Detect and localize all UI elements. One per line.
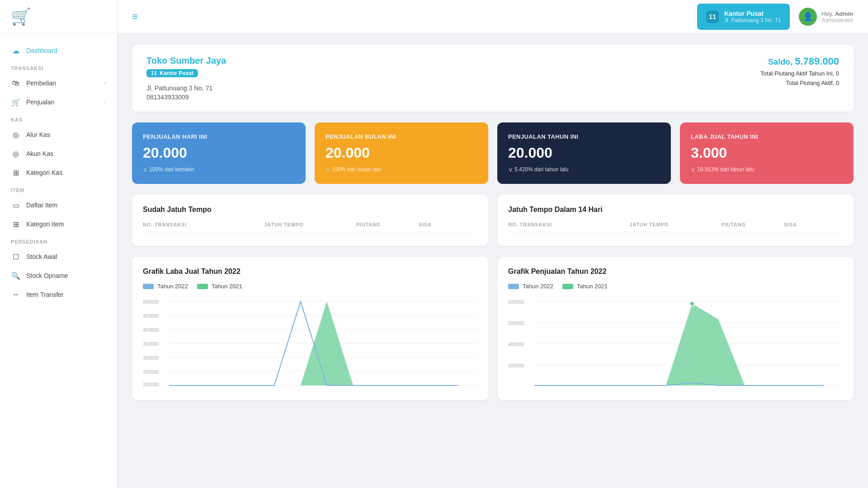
sidebar-item-pembelian[interactable]: 🛍 Pembelian ›: [0, 74, 117, 93]
legend-2022: Tahun 2022: [143, 283, 188, 290]
store-phone: 081343933009: [146, 94, 226, 101]
header-right: 11 Kantor Pusat Jl. Pattunuang 3 No. 71 …: [697, 4, 854, 30]
arrow-down-icon: ∨: [691, 166, 695, 173]
arrow-up-icon: ∧: [143, 166, 147, 173]
sidebar-item-label: Alur Kas: [26, 131, 106, 138]
col-jatuh-tempo: JATUH TEMPO: [264, 222, 352, 227]
sidebar-item-item-transfer[interactable]: ↔ Item Transfer: [0, 285, 117, 304]
sidebar-item-akun-kas[interactable]: ◎ Akun Kas: [0, 144, 117, 163]
kategori-kas-icon: ⊞: [11, 168, 21, 178]
store-details: Toko Sumber Jaya 11 Kantor Pusat Jl. Pat…: [146, 56, 226, 101]
hamburger-button[interactable]: ≡: [132, 11, 138, 23]
user-name: Admin: [835, 10, 853, 17]
store-info: Kantor Pusat Jl. Pattunuang 3 No. 71: [724, 10, 781, 23]
total-piutang-label: Total Piutang Aktif,: [786, 80, 834, 86]
penjualan-svg-chart: 600000 500000 400000 300000: [508, 297, 843, 387]
svg-point-25: [690, 301, 695, 306]
store-name: Kantor Pusat: [724, 10, 781, 17]
tables-row: Sudah Jatuh Tempo NO. TRANSAKSI JATUH TE…: [132, 195, 854, 246]
balance-label-text: Saldo,: [768, 57, 795, 66]
stat-label: PENJUALAN BULAN INI: [326, 133, 477, 140]
svg-text:450000: 450000: [143, 314, 159, 319]
sidebar-item-label: Penjualan: [26, 99, 104, 106]
stat-value: 20.000: [508, 145, 660, 161]
balance-amount: 5.789.000: [795, 56, 839, 67]
store-address: Jl. Pattunuang 3 No. 71: [724, 17, 781, 23]
avatar: 👤: [799, 8, 817, 26]
svg-text:300000: 300000: [143, 356, 159, 361]
sidebar-item-label: Kategori Item: [26, 221, 106, 228]
sidebar-item-label: Dashboard: [26, 47, 106, 54]
sidebar-item-penjualan[interactable]: 🛒 Penjualan ›: [0, 93, 117, 112]
sidebar-item-label: Stock Opname: [26, 272, 106, 279]
penjualan-chart-card: Grafik Penjualan Tahun 2022 Tahun 2022 T…: [497, 257, 854, 400]
sidebar-item-alur-kas[interactable]: ◎ Alur Kas: [0, 125, 117, 144]
stat-change-text: 19.913% dari tahun lalu: [697, 166, 754, 173]
item-transfer-icon: ↔: [11, 290, 21, 300]
store-tag-label: Kantor Pusat: [160, 70, 193, 76]
chevron-right-icon: ›: [104, 80, 106, 86]
svg-text:600000: 600000: [508, 300, 524, 305]
sidebar-item-stock-opname[interactable]: 🔍 Stock Opname: [0, 266, 117, 285]
total-piutang-row: Total Piutang Aktif, 0: [760, 80, 839, 86]
stat-label: PENJUALAN TAHUN INI: [508, 133, 660, 140]
sidebar-item-kategori-item[interactable]: ⊞ Kategori Item: [0, 215, 117, 234]
section-label-item: ITEM: [0, 182, 117, 196]
laba-jual-chart-card: Grafik Laba Jual Tahun 2022 Tahun 2022 T…: [132, 257, 488, 400]
kategori-item-icon: ⊞: [11, 219, 21, 229]
stat-value: 20.000: [143, 145, 295, 161]
svg-marker-24: [534, 304, 843, 385]
sidebar-item-dashboard[interactable]: ☁ Dashboard: [0, 41, 117, 60]
legend-label-2021: Tahun 2021: [577, 283, 608, 290]
piutang-aktif-tahun-row: Total Piutang Aktif Tahun Ini, 0: [760, 70, 839, 77]
alur-kas-icon: ◎: [11, 130, 21, 140]
legend-label-2021: Tahun 2021: [212, 283, 242, 290]
stat-change: ∨ 19.913% dari tahun lalu: [691, 166, 843, 173]
svg-text:400000: 400000: [143, 328, 159, 333]
sidebar-item-stock-awal[interactable]: ☐ Stock Awal: [0, 247, 117, 266]
user-text: Hey, Admin Administrator: [821, 10, 854, 23]
sidebar: 🛒 ☁ Dashboard TRANSAKSI 🛍 Pembelian › 🛒 …: [0, 0, 118, 488]
sudah-jatuh-tempo-card: Sudah Jatuh Tempo NO. TRANSAKSI JATUH TE…: [132, 195, 488, 246]
svg-text:250000: 250000: [143, 370, 159, 375]
piutang-aktif-tahun-value: 0: [836, 70, 839, 77]
sidebar-item-label: Pembelian: [26, 80, 104, 87]
store-tag: 11 Kantor Pusat: [146, 69, 198, 77]
chart-legend: Tahun 2022 Tahun 2021: [143, 283, 477, 290]
charts-row: Grafik Laba Jual Tahun 2022 Tahun 2022 T…: [132, 257, 854, 400]
sidebar-item-label: Akun Kas: [26, 150, 106, 157]
svg-text:350000: 350000: [143, 342, 159, 347]
store-tag-num: 11: [151, 70, 157, 76]
jatuh-tempo-14-card: Jatuh Tempo Dalam 14 Hari NO. TRANSAKSI …: [497, 195, 854, 246]
legend-2022: Tahun 2022: [508, 283, 553, 290]
store-badge[interactable]: 11 Kantor Pusat Jl. Pattunuang 3 No. 71: [697, 4, 790, 30]
store-balance: Saldo, 5.789.000 Total Piutang Aktif Tah…: [760, 56, 839, 86]
user-role: Administrator: [821, 17, 854, 23]
stat-card-laba-jual-tahun-ini: LABA JUAL TAHUN INI 3.000 ∨ 19.913% dari…: [680, 122, 854, 184]
col-piutang: PIUTANG: [356, 222, 415, 227]
user-info: 👤 Hey, Admin Administrator: [799, 8, 854, 26]
sidebar-item-kategori-kas[interactable]: ⊞ Kategori Kas: [0, 163, 117, 182]
sidebar-nav: ☁ Dashboard TRANSAKSI 🛍 Pembelian › 🛒 Pe…: [0, 34, 117, 488]
legend-box-2022: [143, 284, 154, 289]
stat-change: ∨ 5.420% dari tahun lalu: [508, 166, 660, 173]
col-sisa: SISA: [784, 222, 843, 227]
stat-value: 20.000: [326, 145, 477, 161]
stats-grid: PENJUALAN HARI INI 20.000 ∧ 100% dari ke…: [132, 122, 854, 184]
col-no-transaksi: NO. TRANSAKSI: [508, 222, 626, 227]
section-label-kas: KAS: [0, 112, 117, 125]
svg-text:300000: 300000: [508, 363, 524, 368]
table-title: Sudah Jatuh Tempo: [143, 206, 477, 214]
legend-2021: Tahun 2021: [562, 283, 608, 290]
page-content: Toko Sumber Jaya 11 Kantor Pusat Jl. Pat…: [118, 34, 868, 488]
pembelian-icon: 🛍: [11, 78, 21, 88]
section-label-persediaan: PERSEDIAAN: [0, 234, 117, 247]
sidebar-item-label: Daftar Item: [26, 202, 106, 209]
sidebar-item-daftar-item[interactable]: ▭ Daftar Item: [0, 196, 117, 215]
legend-label-2022: Tahun 2022: [157, 283, 188, 290]
stat-change: ∧ 100% dari kemarin: [143, 166, 295, 173]
col-sisa: SISA: [419, 222, 477, 227]
svg-text:500000: 500000: [508, 321, 524, 326]
sidebar-item-label: Kategori Kas: [26, 169, 106, 176]
chevron-right-icon: ›: [104, 99, 106, 105]
